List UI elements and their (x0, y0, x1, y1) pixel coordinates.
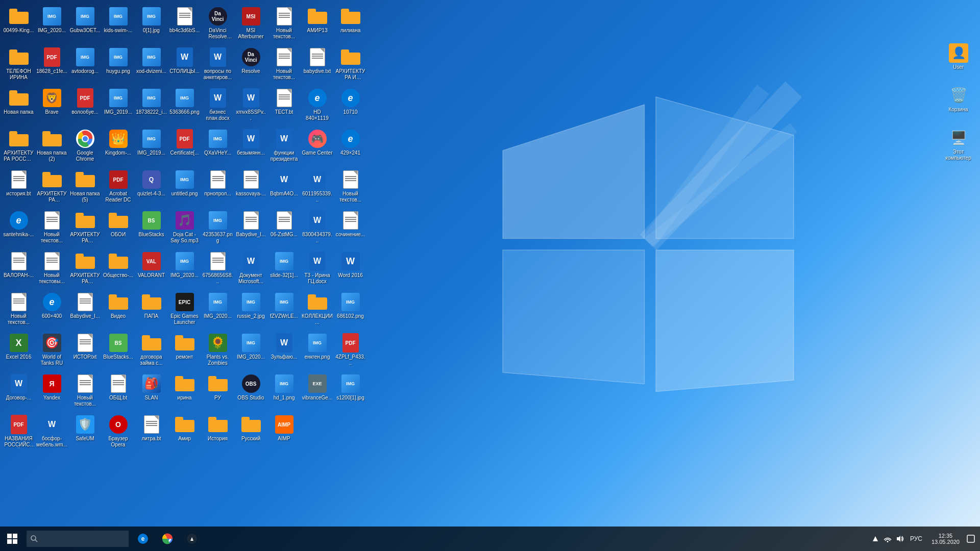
desktop-icon-row4-9[interactable]: история.bt (2, 167, 35, 208)
desktop-icon-user[interactable]: 👤 User (942, 41, 975, 79)
start-button[interactable] (0, 527, 24, 551)
desktop-icon-row4-5[interactable]: Wбезымянн... (234, 127, 267, 167)
desktop-icon-row3-5[interactable]: Wбизнес план.docx (201, 86, 234, 127)
desktop-icon-row6-3[interactable]: Babydive_I... (234, 208, 267, 249)
desktop-icon-row1-11[interactable]: лилиана (334, 4, 367, 45)
desktop-icon-row1-6[interactable]: bb4c3d6bS... (168, 4, 201, 45)
desktop-icon-row7-1[interactable]: IMGIMG_2020... (168, 249, 201, 290)
desktop-icon-row3-6[interactable]: Wxmvx8SSPv... (234, 86, 267, 127)
desktop-icon-row2-9[interactable]: babydive.txt (301, 45, 334, 86)
desktop-icon-row8-11[interactable]: ремонт (168, 331, 201, 371)
desktop-icon-row7-9[interactable]: Babydive_I... (68, 290, 102, 331)
desktop-icon-row3-1[interactable]: PDFволоо6уе... (68, 86, 102, 127)
desktop-icon-row7-6[interactable]: WWord 2016 (334, 249, 367, 290)
desktop-icon-row5-2[interactable]: IMGuntitled.png (168, 167, 201, 208)
desktop-icon-row4-10[interactable]: АРХИТЕКТУРА ВЛАДИМИР (35, 167, 68, 208)
desktop-icon-row9-11[interactable]: РУ (201, 371, 234, 412)
desktop-icon-row9-3[interactable]: IMGенкген.png (301, 331, 334, 371)
desktop-icon-row10-1[interactable]: IMGhd_1.png (267, 371, 301, 412)
desktop-icon-row8-6[interactable]: XExcel 2016 (2, 331, 35, 371)
desktop-icon-row6-1[interactable]: 🎵Doja Cat - Say So.mp3 (168, 208, 201, 249)
desktop-icon-row6-5[interactable]: W8300434379... (301, 208, 334, 249)
desktop-icon-row5-9[interactable]: Новый текстов... (35, 208, 68, 249)
tray-expand[interactable] (870, 527, 880, 551)
desktop-icon-row5-1[interactable]: Qquizlet-4-3... (135, 167, 168, 208)
desktop-icon-row1-5[interactable]: IMG0[1].jpg (135, 4, 168, 45)
taskbar-chrome-button[interactable] (155, 527, 180, 551)
desktop-icon-row3-4[interactable]: IMG5363666.png (168, 86, 201, 127)
desktop-icon-row1-10[interactable]: АМИР13 (301, 4, 334, 45)
desktop-icon-row7-4[interactable]: IMGslide-32[1]... (267, 249, 301, 290)
desktop-icon-row6-4[interactable]: 06-ZstMG... (267, 208, 301, 249)
desktop-icon-row4-1[interactable]: 👑Kingdom-... (102, 127, 135, 167)
desktop-icon-row4-3[interactable]: PDFCertificate[... (168, 127, 201, 167)
desktop-icon-row9-5[interactable]: WДоговор-... (2, 371, 35, 412)
desktop-icon-row7-10[interactable]: Видео (102, 290, 135, 331)
desktop-icon-row10-2[interactable]: EXEvibranceGe... (301, 371, 334, 412)
desktop-icon-row3-12[interactable]: Google Chrome (68, 127, 102, 167)
desktop-icon-row3-9[interactable]: e10710 (334, 86, 367, 127)
desktop-icon-row2-12[interactable]: 🦁Brave (35, 86, 68, 127)
desktop-icon-row1-12[interactable]: ТЕЛЕФОН ИРИНА (2, 45, 35, 86)
desktop-icon-row6-8[interactable]: Новый текстовы... (35, 249, 68, 290)
desktop-icon-row10-10[interactable]: История (201, 412, 234, 453)
desktop-icon-row9-4[interactable]: PDF4ZPLf_P433... (334, 331, 367, 371)
desktop-icon-row4-8[interactable]: e429×241 (334, 127, 367, 167)
desktop-icon-row2-3[interactable]: IMGhuygu.png (102, 45, 135, 86)
desktop-icon-row4-4[interactable]: IMGQXaVHeY... (201, 127, 234, 167)
desktop-icon-row6-10[interactable]: Общество-... (102, 249, 135, 290)
desktop-icon-row7-5[interactable]: WТ3 - Ирина ГЦ.docx (301, 249, 334, 290)
desktop-icon-row5-10[interactable]: АРХИТЕКТУРА НОВГОРОД (68, 208, 102, 249)
desktop-icon-row10-5[interactable]: Wбосфор-мебель.wm... (35, 412, 68, 453)
desktop-icon-row10-8[interactable]: литра.bt (135, 412, 168, 453)
desktop-icon-row5-5[interactable]: WBqbmA4O... (267, 167, 301, 208)
desktop-icon-computer[interactable]: 🖥️ Этоткомпьютер (942, 126, 975, 164)
desktop-icon-row5-8[interactable]: esantehnika-... (2, 208, 35, 249)
desktop-icon-row4-7[interactable]: 🎮Game Center (301, 127, 334, 167)
desktop-icon-row9-10[interactable]: ирина (168, 371, 201, 412)
desktop-icon-row7-12[interactable]: EPICEpic Games Launcher (168, 290, 201, 331)
desktop-icon-row3-11[interactable]: Новая папка (2) (35, 127, 68, 167)
desktop-icon-row2-11[interactable]: Новая папка (2, 86, 35, 127)
desktop-icon-row8-1[interactable]: IMGIMG_2020... (201, 290, 234, 331)
desktop-icon-row2-6[interactable]: Wвопросы по анкетиров... (201, 45, 234, 86)
desktop-icon-row2-5[interactable]: WСТОЛИЦЫ... (168, 45, 201, 86)
desktop-icon-row6-6[interactable]: сочинение... (334, 208, 367, 249)
tray-clock[interactable]: 12:35 13.05.2020 (927, 527, 964, 551)
tray-network[interactable] (883, 527, 893, 551)
desktop-icon-row6-7[interactable]: ВАЛОРАН-... (2, 249, 35, 290)
desktop-icon-row7-11[interactable]: ПАПА (135, 290, 168, 331)
desktop-icon-row4-6[interactable]: Wфункции президента (267, 127, 301, 167)
desktop-icon-row6-11[interactable]: VALVALORANT (135, 249, 168, 290)
desktop-icon-row3-3[interactable]: IMG18738222_i... (135, 86, 168, 127)
desktop-icon-row1-2[interactable]: IMGIMG_2020... (35, 4, 68, 45)
desktop-icon-row1-1[interactable]: 00499-King... (2, 4, 35, 45)
desktop-icon-row7-3[interactable]: WДокумент Microsoft... (234, 249, 267, 290)
desktop-icon-row9-9[interactable]: 🎒SLAN (135, 371, 168, 412)
desktop-icon-row2-1[interactable]: PDF18628_c1fe... (35, 45, 68, 86)
desktop-icon-row10-7[interactable]: OБраузер Opera (102, 412, 135, 453)
taskbar-edge-button[interactable]: e (131, 527, 155, 551)
desktop-icon-row8-12[interactable]: 🌻Plants vs. Zombies (201, 331, 234, 371)
desktop-icon-row3-10[interactable]: АРХИТЕКТУРА РОССИЯ И... (2, 127, 35, 167)
desktop-icon-row10-11[interactable]: Русский (234, 412, 267, 453)
taskbar-search[interactable] (27, 531, 129, 547)
desktop-icon-row3-7[interactable]: ТЕСТ.bt (267, 86, 301, 127)
desktop-icon-row1-8[interactable]: MSIMSI Afterburner (234, 4, 267, 45)
desktop-icon-row10-12[interactable]: AIMPAIMP (267, 412, 301, 453)
desktop-icon-row4-12[interactable]: PDFAcrobat Reader DC (102, 167, 135, 208)
desktop-icon-row2-10[interactable]: АРХИТЕКТУРА И СКУЛЬП... (334, 45, 367, 86)
desktop-icon-row8-3[interactable]: IMGfZVZWrLE... (267, 290, 301, 331)
tray-language[interactable]: РУС (907, 535, 925, 542)
desktop-icon-row10-4[interactable]: PDFНАЗВАНИЯ РОССИЙСКОЙ... (2, 412, 35, 453)
desktop-icon-row5-7[interactable]: Новый текстов... (334, 167, 367, 208)
desktop-icon-row5-11[interactable]: ОБОИ (102, 208, 135, 249)
desktop-icon-row9-12[interactable]: OBSOBS Studio (234, 371, 267, 412)
desktop-icon-row9-1[interactable]: IMGIMG_2020... (234, 331, 267, 371)
desktop-icon-row4-2[interactable]: IMGIMG_2019... (135, 127, 168, 167)
tray-notification[interactable] (966, 527, 976, 551)
desktop-icon-row8-10[interactable]: договора займа с... (135, 331, 168, 371)
desktop-icon-row5-3[interactable]: прнопрол... (201, 167, 234, 208)
desktop-icon-row2-7[interactable]: DaVinciResolve (234, 45, 267, 86)
desktop-icon-row7-7[interactable]: Новый текстов... (2, 290, 35, 331)
